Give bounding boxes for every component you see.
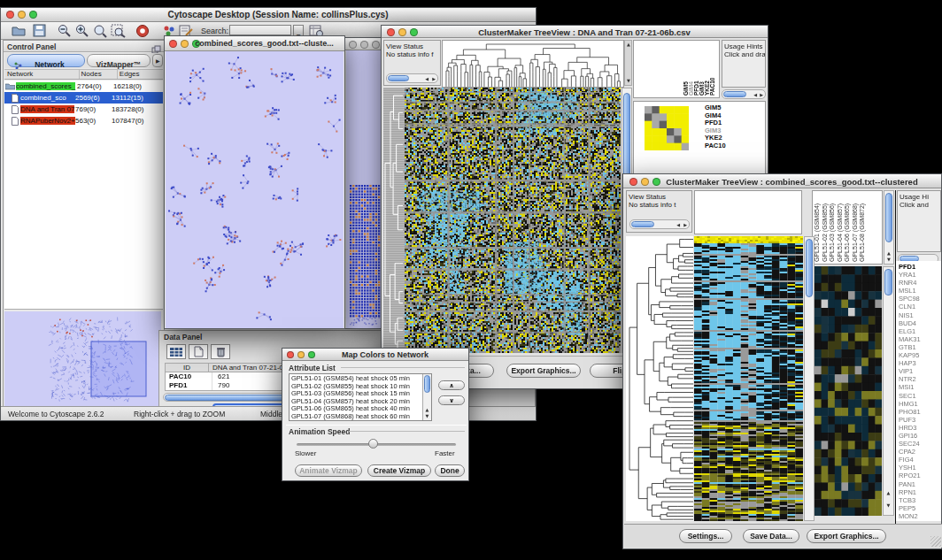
- attribute-item[interactable]: GPL51-01 (GSM854) heat shock 05 min: [291, 375, 421, 383]
- help-lifering-icon[interactable]: [135, 24, 150, 42]
- delete-attribute-button[interactable]: [211, 344, 230, 359]
- search-input[interactable]: [229, 25, 291, 35]
- move-down-button[interactable]: ∨: [438, 395, 465, 405]
- tv2-zoom-vscrollbar[interactable]: ▲ ▼: [883, 266, 894, 516]
- birdseye-view[interactable]: [4, 311, 161, 407]
- tv2-gene-item[interactable]: GPI16: [899, 432, 921, 440]
- tv2-gene-item[interactable]: YSH1: [899, 464, 921, 472]
- zoom-in-icon[interactable]: [75, 24, 89, 42]
- net2-titlebar[interactable]: [345, 38, 383, 50]
- network-row[interactable]: combined_sco2569(6)13112(15): [4, 92, 163, 104]
- save-icon[interactable]: [33, 24, 46, 41]
- tv2-heatmap[interactable]: [694, 236, 803, 521]
- tv1-gene-item[interactable]: PAC10: [705, 142, 726, 150]
- close-icon[interactable]: [169, 40, 177, 48]
- tv1-mini-scroll[interactable]: ▲▼: [624, 40, 632, 86]
- tv1-heatmap[interactable]: [405, 88, 621, 353]
- tv2-gene-item[interactable]: MSL1: [899, 287, 921, 295]
- tv2-gene-item[interactable]: TCB3: [899, 496, 921, 504]
- network-row[interactable]: combined_scores_2764(0)16218(0): [4, 81, 163, 92]
- close-icon[interactable]: [6, 11, 14, 19]
- attribute-list-scrollbar[interactable]: ▲ ▼: [422, 374, 431, 420]
- tv2-gene-item[interactable]: MAK31: [899, 335, 921, 343]
- zoom-fit-icon[interactable]: [111, 24, 126, 42]
- tv2-gene-item[interactable]: ELG1: [899, 327, 921, 335]
- tv2-gene-item[interactable]: YRA1: [899, 271, 921, 279]
- tv2-save-data-button[interactable]: Save Data...: [743, 529, 799, 543]
- minimize-icon[interactable]: [18, 11, 26, 19]
- tv2-export-graphics-button[interactable]: Export Graphics...: [807, 529, 886, 543]
- zoom-window-icon[interactable]: [372, 41, 380, 49]
- create-vizmap-button[interactable]: Create Vizmap: [367, 464, 431, 477]
- attribute-item[interactable]: GPL51-04 (GSM857) heat shock 20 min: [291, 398, 421, 406]
- tv1-gene-list[interactable]: GIM5GIM4PFD1GIM3YKE2PAC10: [705, 104, 726, 150]
- tv2-labels-vscrollbar[interactable]: ▲ ▼: [884, 190, 894, 265]
- col-edges[interactable]: Edges: [118, 70, 163, 79]
- tv1-row-dendrogram[interactable]: [383, 88, 405, 353]
- tv2-gene-item[interactable]: PFD1: [899, 263, 921, 271]
- tv2-status-scrollbar[interactable]: ◀ ▶: [629, 219, 690, 229]
- tv2-gene-item[interactable]: SPC98: [899, 295, 921, 303]
- network-canvas[interactable]: [166, 51, 344, 328]
- tab-overflow-button[interactable]: ▶: [152, 54, 163, 67]
- new-attribute-button[interactable]: [189, 344, 208, 359]
- tv1-usage-scrollbar[interactable]: ◀ ▶: [722, 89, 766, 99]
- tv2-gene-item[interactable]: BUD4: [899, 319, 921, 327]
- attribute-select-button[interactable]: [166, 344, 186, 359]
- open-file-icon[interactable]: [12, 24, 26, 41]
- move-up-button[interactable]: ∧: [438, 380, 465, 390]
- tv2-gene-item[interactable]: FIG4: [899, 456, 921, 464]
- tv2-row-dendrogram[interactable]: [626, 236, 693, 521]
- minimize-icon[interactable]: [641, 178, 649, 186]
- tv1-status-scrollbar[interactable]: ◀ ▶: [386, 73, 438, 83]
- tv2-gene-item[interactable]: VIP1: [899, 367, 921, 375]
- tv2-gene-list[interactable]: PFD1YRA1RNR4MSL1SPC98CLN1NIS1BUD4ELG1MAK…: [896, 261, 941, 521]
- attribute-item[interactable]: GPL51-03 (GSM856) heat shock 15 min: [291, 390, 421, 398]
- close-icon[interactable]: [629, 178, 637, 186]
- tv2-gene-item[interactable]: CPA2: [899, 448, 921, 456]
- tv2-column-dendrogram[interactable]: [694, 190, 802, 234]
- attribute-list[interactable]: GPL51-01 (GSM854) heat shock 05 minGPL51…: [289, 373, 432, 421]
- tv2-gene-item[interactable]: PAN1: [899, 480, 921, 488]
- tv2-gene-item[interactable]: SEC1: [899, 392, 921, 400]
- tv2-gene-item[interactable]: NIS1: [899, 311, 921, 319]
- tv1-titlebar[interactable]: ClusterMaker TreeView : DNA and Tran 07-…: [382, 26, 768, 38]
- done-button[interactable]: Done: [435, 464, 465, 477]
- tv2-titlebar[interactable]: ClusterMaker TreeView : combined_scores_…: [623, 174, 941, 188]
- tv2-gene-item[interactable]: KAP95: [899, 351, 921, 359]
- dialog-titlebar[interactable]: Map Colors to Network: [282, 349, 468, 361]
- minimize-icon[interactable]: [297, 351, 305, 358]
- close-icon[interactable]: [287, 351, 294, 358]
- minimize-icon[interactable]: [398, 28, 406, 36]
- tv2-gene-item[interactable]: GTB1: [899, 343, 921, 351]
- tv2-gene-item[interactable]: CLN1: [899, 303, 921, 311]
- close-icon[interactable]: [349, 41, 357, 49]
- resize-grip[interactable]: [930, 536, 941, 547]
- tv2-gene-item[interactable]: PUF3: [899, 416, 921, 424]
- col-nodes[interactable]: Nodes: [80, 70, 118, 79]
- main-titlebar[interactable]: Cytoscape Desktop (Session Name: collins…: [1, 8, 536, 22]
- tv2-gene-item[interactable]: PHO81: [899, 408, 921, 416]
- zoom-out-icon[interactable]: [58, 24, 72, 42]
- tv2-gene-item[interactable]: RPN1: [899, 488, 921, 496]
- tab-network[interactable]: Network: [7, 54, 85, 67]
- animate-vizmap-button[interactable]: Animate Vizmap: [295, 464, 362, 477]
- close-icon[interactable]: [387, 28, 395, 36]
- data-col-id[interactable]: ID: [166, 364, 209, 372]
- slider-thumb[interactable]: [368, 439, 378, 449]
- tv2-zoom-heatmap[interactable]: [815, 266, 882, 516]
- network-table-header[interactable]: Network Nodes Edges: [4, 69, 163, 80]
- col-network[interactable]: Network: [4, 70, 80, 79]
- tv2-gene-item[interactable]: HAP3: [899, 359, 921, 367]
- tv2-gene-item[interactable]: RNR4: [899, 279, 921, 287]
- network-canvas-2[interactable]: [346, 50, 382, 328]
- minimize-icon[interactable]: [181, 40, 189, 48]
- net1-titlebar[interactable]: combined_scores_good.txt--cluste...: [165, 36, 344, 51]
- tab-vizmapper[interactable]: VizMapper™: [87, 54, 151, 67]
- zoom-selected-icon[interactable]: [93, 24, 108, 42]
- network-row[interactable]: DNA and Tran 07769(0)183728(0): [4, 104, 163, 115]
- attribute-item[interactable]: GPL51-06 (GSM865) heat shock 40 min: [291, 405, 421, 413]
- tv2-gene-item[interactable]: MSI1: [899, 383, 921, 391]
- tv2-gene-item[interactable]: RPO21: [899, 472, 921, 479]
- tv2-gene-item[interactable]: HMG1: [899, 400, 921, 408]
